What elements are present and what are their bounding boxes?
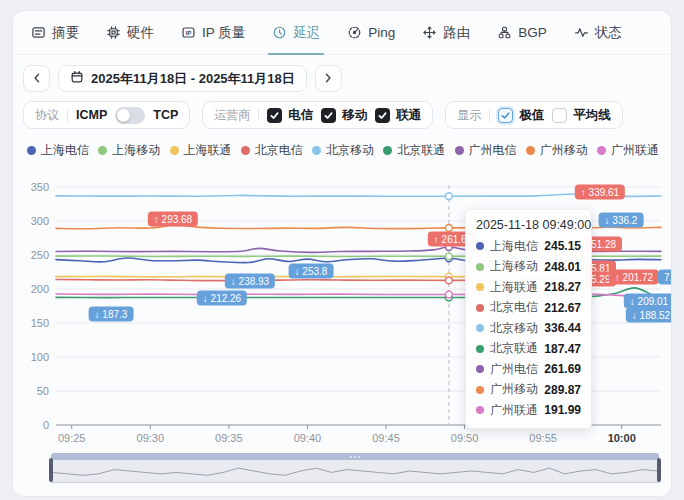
legend-item-4[interactable]: 北京移动 (312, 142, 374, 159)
hover-point-marker (445, 277, 452, 284)
tab-status[interactable]: 状态 (574, 11, 622, 55)
legend-dot-icon (597, 146, 606, 155)
date-range-label: 2025年11月18日 - 2025年11月18日 (91, 70, 295, 88)
legend-label: 北京电信 (255, 142, 303, 159)
data-zoom-grip[interactable] (51, 453, 659, 460)
display-pill: 显示 极值 平均线 (445, 101, 623, 129)
legend-label: 广州电信 (469, 142, 517, 159)
data-zoom-right-handle[interactable] (657, 458, 661, 482)
tab-latency[interactable]: 延迟 (272, 11, 320, 55)
legend-item-6[interactable]: 广州电信 (455, 142, 517, 159)
y-axis-tick: 0 (43, 419, 49, 431)
legend-label: 上海联通 (184, 142, 232, 159)
chevron-right-icon (322, 70, 334, 88)
extreme-badge-max: ↑ 339.61 (575, 185, 625, 200)
legend-dot-icon (27, 146, 36, 155)
hover-point-marker (445, 253, 452, 260)
extreme-badge-min: ↓ 212.26 (197, 291, 247, 306)
x-axis-tick: 09:50 (451, 432, 479, 444)
x-axis-tick: 10:00 (608, 432, 636, 444)
tooltip-row: 广州联通191.99 (476, 400, 581, 421)
next-date-button[interactable] (315, 65, 342, 92)
legend-item-0[interactable]: 上海电信 (27, 142, 89, 159)
extreme-badge-min: 7.84 (658, 270, 672, 285)
tab-ping[interactable]: Ping (347, 11, 395, 55)
tooltip-series-name: 上海联通 (490, 279, 538, 296)
panel-card: 摘要硬件IPIP 质量延迟Ping路由BGP状态 2025年11月18日 - 2… (12, 10, 672, 497)
latency-icon (272, 25, 287, 40)
legend-dot-icon (383, 146, 392, 155)
svg-text:IP: IP (186, 30, 192, 36)
x-axis-tick: 09:35 (215, 432, 243, 444)
tab-hardware[interactable]: 硬件 (106, 11, 154, 55)
data-zoom-track (51, 460, 659, 483)
extreme-badge-min: ↓ 187.3 (89, 307, 134, 322)
legend-item-1[interactable]: 上海移动 (98, 142, 160, 159)
checkbox-checked-icon (321, 108, 336, 123)
tooltip-timestamp: 2025-11-18 09:49:00 (476, 218, 581, 232)
tooltip-row: 广州电信261.69 (476, 359, 581, 380)
chart-legend: 上海电信上海移动上海联通北京电信北京移动北京联通广州电信广州移动广州联通 (27, 142, 659, 159)
tooltip-series-value: 191.99 (544, 403, 581, 417)
display-checkbox-average[interactable]: 平均线 (552, 107, 611, 124)
tooltip-series-value: 289.87 (544, 383, 581, 397)
prev-date-button[interactable] (23, 65, 50, 92)
legend-item-3[interactable]: 北京电信 (241, 142, 303, 159)
legend-label: 北京移动 (326, 142, 374, 159)
checkbox-unchecked-icon (552, 108, 567, 123)
y-axis-tick: 350 (31, 181, 49, 193)
tooltip-series-name: 北京电信 (490, 299, 538, 316)
extreme-badge-max: ↑ 293.68 (148, 212, 198, 227)
series-dot-icon (476, 386, 484, 394)
tab-route[interactable]: 路由 (422, 11, 470, 55)
data-zoom-left-handle[interactable] (49, 458, 53, 482)
carrier-checkbox-unicom[interactable]: 联通 (375, 107, 421, 124)
display-checkbox-extremes[interactable]: 极值 (498, 107, 544, 124)
tooltip-row: 上海电信245.15 (476, 236, 581, 257)
protocol-option-tcp[interactable]: TCP (153, 108, 178, 122)
series-dot-icon (476, 406, 484, 414)
hover-point-marker (445, 294, 452, 301)
tooltip-series-value: 218.27 (544, 280, 581, 294)
legend-dot-icon (526, 146, 535, 155)
data-zoom-slider[interactable] (51, 453, 659, 483)
checkbox-checked-icon (267, 108, 282, 123)
tooltip-series-value: 187.47 (544, 342, 581, 356)
legend-dot-icon (312, 146, 321, 155)
tooltip-series-name: 上海移动 (490, 258, 538, 275)
tab-summary[interactable]: 摘要 (31, 11, 79, 55)
filter-toolbar: 协议 ICMP TCP 运营商 电信 移动 联通 显示 (23, 101, 623, 129)
series-dot-icon (476, 304, 484, 312)
tab-label: BGP (518, 25, 547, 40)
legend-dot-icon (98, 146, 107, 155)
checkbox-checked-icon (375, 108, 390, 123)
protocol-toggle[interactable] (115, 107, 145, 124)
tab-label: IP 质量 (202, 24, 245, 42)
x-axis-tick: 09:40 (294, 432, 322, 444)
legend-item-8[interactable]: 广州联通 (597, 142, 659, 159)
bgp-icon (497, 25, 512, 40)
tab-bgp[interactable]: BGP (497, 11, 547, 55)
legend-dot-icon (170, 146, 179, 155)
chart-tooltip: 2025-11-18 09:49:00 上海电信245.15上海移动248.01… (465, 209, 592, 429)
display-label: 显示 (457, 107, 481, 124)
legend-item-2[interactable]: 上海联通 (170, 142, 232, 159)
hover-point-marker (445, 193, 452, 200)
tooltip-row: 北京移动336.44 (476, 318, 581, 339)
carrier-checkbox-mobile[interactable]: 移动 (321, 107, 367, 124)
legend-item-5[interactable]: 北京联通 (383, 142, 445, 159)
date-toolbar: 2025年11月18日 - 2025年11月18日 (23, 65, 342, 92)
legend-item-7[interactable]: 广州移动 (526, 142, 588, 159)
carrier-checkbox-telecom[interactable]: 电信 (267, 107, 313, 124)
date-range-picker[interactable]: 2025年11月18日 - 2025年11月18日 (58, 65, 307, 92)
tab-ip-quality[interactable]: IPIP 质量 (181, 11, 245, 55)
y-axis-tick: 150 (31, 317, 49, 329)
series-dot-icon (476, 242, 484, 250)
tab-label: 延迟 (293, 24, 320, 42)
legend-dot-icon (241, 146, 250, 155)
tooltip-series-name: 北京联通 (490, 340, 538, 357)
tooltip-series-name: 广州移动 (490, 381, 538, 398)
hover-point-marker (445, 255, 452, 262)
protocol-option-icmp[interactable]: ICMP (76, 108, 107, 122)
y-axis-tick: 200 (31, 283, 49, 295)
